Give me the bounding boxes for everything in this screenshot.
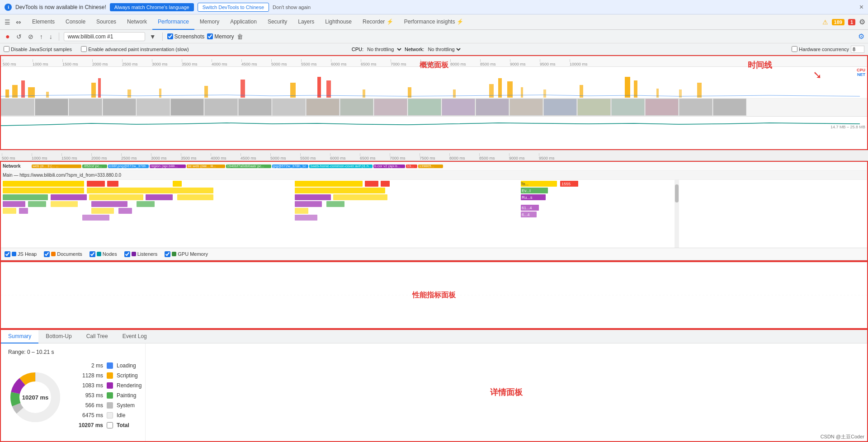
switch-devtools-language-button[interactable]: Switch DevTools to Chinese [198,3,269,12]
ruler-tick: 2000 ms [92,59,122,66]
memory-checkbox-label[interactable]: Memory [207,33,234,40]
svg-rect-44 [333,194,387,200]
js-heap-checkbox[interactable] [5,251,10,257]
tab-network[interactable]: Network [122,14,152,30]
ruler-tick: 2500 ms [122,59,152,66]
screenshots-checkbox-label[interactable]: Screenshots [167,33,205,40]
dock-icon-button[interactable]: ⇔ [14,18,23,27]
listeners-checkbox[interactable] [124,251,130,257]
timeline-arrow: ➘ [813,69,822,81]
always-match-language-button[interactable]: Always match Chrome's language [110,3,194,11]
tab-bar-icons: ☰ ⇔ [3,18,23,27]
screenshot-thumb [442,99,475,116]
svg-rect-72 [675,184,679,202]
svg-rect-51 [326,201,344,207]
svg-rect-35 [3,188,84,193]
listeners-indicator[interactable]: Listeners [124,251,158,257]
memory-area: 14.7 MB – 25.8 MB [1,117,867,130]
svg-rect-25 [656,89,659,98]
svg-rect-37 [295,188,385,193]
disable-js-label[interactable]: Disable JavaScript samples [4,46,72,52]
legend-dot-scripting [107,372,113,379]
svg-rect-28 [3,181,84,187]
svg-rect-45 [3,201,25,207]
notification-close-button[interactable]: × [859,3,863,11]
url-input[interactable] [64,32,145,41]
tab-application[interactable]: Application [225,14,262,30]
tab-lighthouse[interactable]: Lighthouse [320,14,357,30]
net-bar: lc88f.png@672w_378h [108,165,149,168]
stop-button[interactable]: ⊘ [26,32,35,41]
svg-rect-31 [173,181,182,187]
screenshot-thumb [611,99,645,116]
svg-rect-39 [51,194,87,200]
upload-button[interactable]: ↑ [38,32,45,41]
net-bar: region (api.bilili... [150,165,186,168]
tab-performance[interactable]: Performance [152,14,194,30]
ruler2-tick: 6000 ms [330,153,360,160]
ruler2-tick: 1000 ms [32,153,61,160]
svg-rect-57 [82,215,109,221]
dont-show-again-button[interactable]: Don't show again [273,5,311,10]
tab-event-log[interactable]: Event Log [115,330,154,343]
url-dropdown-button[interactable]: ▼ [148,32,158,41]
ruler-tick: 1000 ms [33,59,62,66]
tab-summary[interactable]: Summary [1,330,38,343]
gpu-memory-indicator[interactable]: GPU Memory [165,251,208,257]
download-button[interactable]: ↓ [47,32,54,41]
gear-settings-button[interactable]: ⚙ [858,32,864,41]
ruler2-tick: 4500 ms [241,153,270,160]
documents-checkbox[interactable] [44,251,50,257]
ruler2-tick: 8500 ms [479,153,509,160]
clear-button[interactable]: 🗑 [237,33,243,40]
gpu-memory-checkbox[interactable] [165,251,170,257]
svg-rect-0 [5,89,9,98]
net-bar: 1web-home-common-cover.avif (i1.h... [309,165,373,168]
disable-js-checkbox[interactable] [4,46,9,52]
screenshot-thumb [645,99,679,116]
enable-paint-label[interactable]: Enable advanced paint instrumentation (s… [81,46,189,52]
ruler2-tick: 2000 ms [91,153,121,160]
record-button[interactable]: ● [4,32,12,42]
nodes-checkbox[interactable] [90,251,95,257]
overview-panel: 概览面板 时间线 ➘ 500 ms 1000 ms 1500 ms 2000 m… [0,55,868,150]
tab-bottom-up[interactable]: Bottom-Up [38,330,79,343]
tab-recorder[interactable]: Recorder ⚡ [357,14,399,30]
net-bar: 1940bf7a0db6aab`pc... [226,165,271,168]
tab-security[interactable]: Security [262,14,292,30]
tab-performance-insights[interactable]: Performance insights ⚡ [399,14,469,30]
memory-size-label: 14.7 MB – 25.8 MB [830,125,865,129]
svg-rect-42 [177,194,213,200]
menu-icon-button[interactable]: ☰ [3,18,12,27]
hw-concurrency-checkbox[interactable] [792,46,797,52]
svg-text:To...: To... [521,182,528,186]
tab-sources[interactable]: Sources [91,14,122,30]
cpu-chart: CPU NET [1,67,867,99]
network-throttling-select[interactable]: No throttling Fast 3G Slow 3G [426,46,462,52]
net-bar: web (d... 3 (... ... [32,165,81,168]
screenshots-checkbox[interactable] [167,33,173,39]
hw-concurrency-input[interactable] [851,46,864,53]
tab-call-tree[interactable]: Call Tree [79,330,115,343]
legend-time-painting: 953 ms [76,392,103,399]
tab-memory[interactable]: Memory [194,14,225,30]
documents-indicator[interactable]: Documents [44,251,82,257]
settings-icon[interactable]: ⚙ [859,18,865,26]
reload-button[interactable]: ↺ [14,32,24,41]
panels-container: 概览面板 时间线 ➘ 500 ms 1000 ms 1500 ms 2000 m… [0,55,868,442]
enable-paint-checkbox[interactable] [81,46,87,52]
memory-checkbox[interactable] [207,33,213,39]
ruler2-tick: 9500 ms [539,153,569,160]
svg-rect-40 [89,194,143,200]
tab-console[interactable]: Console [60,14,91,30]
tab-elements[interactable]: Elements [27,14,60,30]
ruler2-tick: 8000 ms [449,153,479,160]
ruler-tick: 5000 ms [271,59,301,66]
nodes-indicator[interactable]: Nodes [90,251,117,257]
tab-layers[interactable]: Layers [292,14,320,30]
cpu-throttling-select[interactable]: No throttling 4x slowdown 6x slowdown [365,46,403,52]
total-checkbox[interactable] [107,422,113,428]
ruler2-tick: 3500 ms [181,153,211,160]
js-heap-indicator[interactable]: JS Heap [5,251,37,257]
network-row: Network web (d... 3 (... ... .652cd`pc..… [1,162,867,171]
